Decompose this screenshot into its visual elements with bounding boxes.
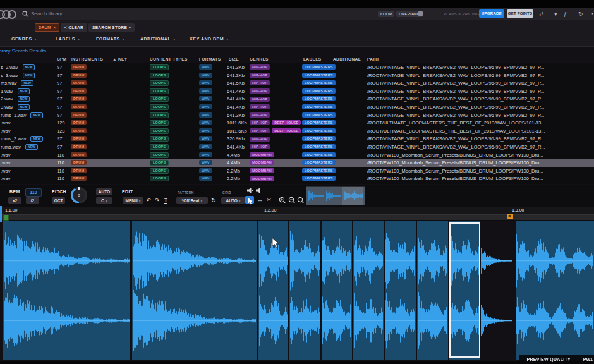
genre-badge: HIP-HOP — [250, 97, 270, 102]
key-select[interactable]: C▾ — [96, 197, 112, 204]
table-row[interactable]: 1.wavNEW 97 DRUM LOOPS WAV 641.4Kb HIP-H… — [0, 87, 594, 95]
bpm-value: 97 — [57, 73, 62, 78]
instrument-badge: DRUM — [71, 80, 87, 85]
table-row[interactable]: rums.wavNEW 97 DRUM LOOPS WAV 641.4Kb HI… — [0, 143, 594, 151]
octave-button[interactable]: OCT — [52, 197, 65, 204]
col-formats[interactable]: FORMATS — [199, 57, 221, 61]
download-icon[interactable]: ▾ — [554, 11, 557, 17]
formats-dropdown[interactable]: FORMATS▾ — [96, 37, 124, 41]
loop-end-marker[interactable] — [507, 214, 513, 219]
col-labels[interactable]: LABELS — [303, 57, 321, 61]
instrument-badge: DRUM — [71, 112, 87, 118]
get-points-button[interactable]: GET POINTS — [507, 9, 533, 18]
pitch-knob[interactable]: 0 — [71, 187, 87, 203]
path-value: /ROOT/ULTIMATE_LOOPMASTERS_THE_BEST_OF_2… — [367, 120, 594, 126]
new-badge: NEW — [18, 88, 30, 94]
bpm-value: 123 — [57, 120, 65, 126]
grid-select[interactable]: AUTO▾ — [221, 197, 245, 204]
pattern-select[interactable]: *Off Beat▾ — [176, 197, 208, 204]
pattern-select-value: *Off Beat — [182, 198, 200, 203]
col-additional[interactable]: ADDITIONAL — [333, 57, 361, 61]
genre-badges: HIP-HOP — [250, 63, 270, 71]
zoom-out-icon[interactable] — [288, 197, 296, 204]
col-instruments[interactable]: INSTRUMENTS — [71, 57, 103, 61]
table-row[interactable]: .wav 123 DRUM LOOPS WAV 1011.6Kb HIP-HOP… — [0, 119, 594, 127]
table-row[interactable]: .wav 123 DRUM LOOPS WAV 1011.6Kb HIP-HOP… — [0, 127, 594, 135]
upgrade-button[interactable]: UPGRADE — [479, 9, 504, 18]
path-value: /ROOT/ULTIMATE_LOOPMASTERS_THE_BEST_OF_2… — [367, 128, 594, 134]
zoom-in-icon[interactable] — [279, 197, 286, 204]
table-row[interactable]: .wav 110 DRUM LOOPS WAV 4.4Mb MOOMBAH LO… — [0, 151, 594, 159]
undo-icon[interactable]: ↶ — [146, 197, 151, 204]
ruler-bar[interactable] — [0, 214, 594, 221]
table-row[interactable]: rums_2.wavNEW 97 DRUM LOOPS WAV 320.9Kb … — [0, 135, 594, 143]
label-badge: LOOPMASTERS — [302, 152, 336, 157]
table-row[interactable]: 2.wavNEW 97 DRUM LOOPS WAV 641.4Kb HIP-H… — [0, 95, 594, 103]
key-bpm-dropdown-label: KEY AND BPM — [190, 37, 224, 41]
auto-key-button[interactable]: AUTO — [96, 188, 112, 195]
bpm-value: 97 — [57, 88, 62, 94]
redo-icon[interactable]: ↷ — [155, 197, 160, 204]
shuffle-icon[interactable]: ⇄ — [539, 11, 544, 17]
table-row[interactable]: ms.wavNEW 97 DRUM LOOPS WAV 641.5Kb HIP-… — [0, 79, 594, 87]
format-badge: WAV — [199, 120, 212, 125]
genres-dropdown[interactable]: GENRES▾ — [11, 37, 37, 41]
table-row[interactable]: rums_1.wavNEW 97 DRUM LOOPS WAV 641.3Kb … — [0, 111, 594, 119]
bpm-value: 110 — [57, 152, 64, 158]
table-row[interactable]: .wav 110 DRUM LOOPS WAV 2.2Mb MOOMBAH LO… — [0, 183, 594, 184]
waveform-canvas[interactable] — [0, 221, 594, 360]
timeline-ruler[interactable]: 1.1.00 1.2.00 1.3.00 B — [0, 207, 594, 221]
cut-tool-icon[interactable]: ✂ — [267, 197, 272, 203]
col-path[interactable]: PATH — [367, 57, 379, 61]
playhead[interactable] — [0, 206, 2, 222]
clear-filters-button[interactable]: < CLEAR — [61, 23, 87, 32]
bpm-half-button[interactable]: /2 — [26, 197, 39, 204]
label-badge: LOOPMASTERS — [302, 80, 336, 85]
table-row[interactable]: .wav 110 DRUM LOOPS WAV 2.2Mb MOOMBAH LO… — [0, 174, 594, 183]
content-type-badge: LOOPS — [150, 112, 169, 118]
table-row[interactable]: 3.wavNEW 97 DRUM LOOPS WAV 641.4Kb HIP-H… — [0, 103, 594, 111]
view-toggle-icon[interactable] — [418, 11, 423, 16]
timestretch-tool-icon[interactable]: ↔ — [257, 197, 263, 203]
content-type-badge: LOOPS — [150, 128, 169, 134]
table-row[interactable]: .wav 110 DRUM LOOPS WAV 4.4Mb MOOMBAH LO… — [0, 159, 594, 167]
bpm-double-button[interactable]: x2 — [8, 197, 21, 204]
labels-dropdown[interactable]: LABELS▾ — [56, 37, 80, 41]
path-value: /ROOT/VINTAGE_VINYL_BREAKS/VVB2_WAV_LOOP… — [367, 88, 594, 94]
format-badge: WAV — [199, 152, 212, 157]
new-badge: NEW — [21, 80, 33, 86]
col-genres[interactable]: GENRES — [250, 57, 269, 61]
edit-menu-dropdown[interactable]: MENU▾ — [123, 197, 143, 204]
search-input[interactable]: Search library — [31, 11, 62, 16]
genre-badge: MOOMBAH — [250, 176, 274, 181]
additional-dropdown[interactable]: ADDITIONAL▾ — [140, 37, 176, 41]
user-icon[interactable]: ◔ — [590, 11, 593, 17]
drum-filter-tag[interactable]: DRUM× — [35, 23, 59, 32]
bpm-value-box[interactable]: 110 — [25, 188, 42, 197]
table-row[interactable]: .wav 110 DRUM LOOPS WAV 2.2Mb MOOMBAH LO… — [0, 167, 594, 175]
close-icon[interactable]: × — [54, 25, 56, 30]
cursor-tool-button[interactable] — [245, 196, 254, 204]
pattern-reset-icon[interactable]: ↻ — [211, 197, 216, 204]
zoom-fit-icon[interactable] — [297, 197, 305, 204]
bolt-icon[interactable]: ƒ — [564, 11, 567, 17]
col-content-types[interactable]: CONTENT TYPES — [150, 57, 188, 61]
col-bpm[interactable]: BPM — [57, 57, 67, 61]
search-store-button[interactable]: SEARCH STORE » — [88, 23, 135, 32]
table-row[interactable]: s_3.wavNEW 97 DRUM LOOPS WAV 641.3Kb HIP… — [0, 71, 594, 80]
new-badge: NEW — [18, 104, 30, 110]
table-row[interactable]: s_2.wavNEW 97 DRUM LOOPS WAV 641.3Kb HIP… — [0, 63, 594, 71]
col-size[interactable]: SIZE — [229, 57, 239, 61]
key-bpm-dropdown[interactable]: KEY AND BPM▾ — [190, 37, 229, 41]
speaker-icon[interactable] — [256, 188, 261, 193]
file-name: .wav — [1, 152, 10, 158]
refresh-icon[interactable]: ↻ — [578, 11, 583, 17]
speaker-muted-icon[interactable] — [247, 188, 254, 193]
sort-asc-icon[interactable]: ▲ — [112, 57, 117, 61]
col-key[interactable]: KEY — [118, 57, 128, 61]
waveform-overview-thumbnail[interactable] — [306, 186, 365, 205]
tap-tempo-icon[interactable]: T — [164, 197, 167, 204]
content-type-badge: LOOPS — [150, 88, 169, 94]
file-name: rums_2.wav — [1, 136, 26, 142]
loop-toggle[interactable]: LOOP — [378, 11, 394, 17]
